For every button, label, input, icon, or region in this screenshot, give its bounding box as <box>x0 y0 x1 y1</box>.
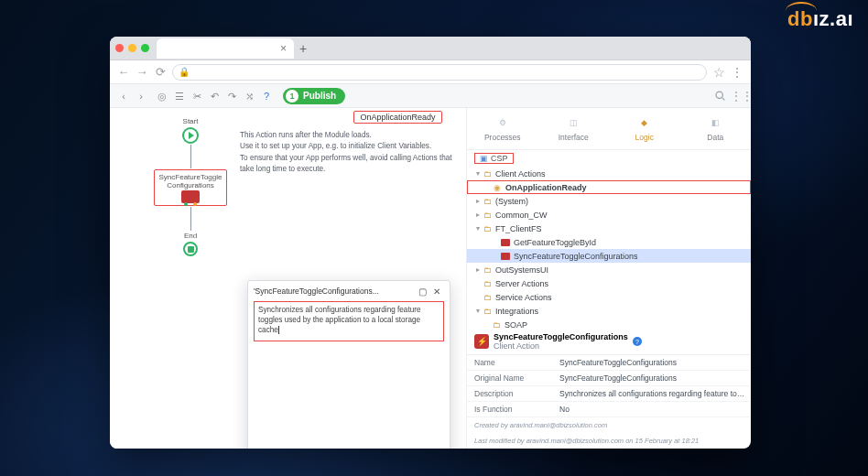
tree-on-app-ready[interactable]: ◉OnApplicationReady <box>467 180 751 194</box>
target-icon[interactable]: ◎ <box>156 90 168 103</box>
help-icon[interactable]: ? <box>260 90 273 103</box>
tree-client-actions[interactable]: ▾🗀Client Actions <box>467 167 751 180</box>
close-icon[interactable]: ✕ <box>429 287 444 297</box>
prop-row-is-function[interactable]: Is FunctionNo <box>467 402 751 417</box>
dialog-header: 'SyncFeatureToggleConfigurations... ▢ ✕ <box>248 281 450 301</box>
history-fwd-icon[interactable]: › <box>135 90 147 103</box>
description-textarea[interactable]: Synchronizes all configurations regardin… <box>254 301 444 341</box>
tab-data[interactable]: ◧Data <box>680 108 752 149</box>
sync-node[interactable]: SyncFeatureToggle Configurations <box>154 169 227 206</box>
end-node[interactable] <box>183 242 198 256</box>
dialog-title: 'SyncFeatureToggleConfigurations... <box>254 287 379 296</box>
ide-toolbar: ‹ › ◎ ☰ ✂ ↶ ↷ ⤭ ? 1 Publish ⋮⋮⋮ <box>110 84 751 108</box>
description-dialog: 'SyncFeatureToggleConfigurations... ▢ ✕ … <box>247 280 450 449</box>
prop-row-description[interactable]: DescriptionSynchronizes all configuratio… <box>467 386 751 402</box>
tree-server-actions[interactable]: 🗀Server Actions <box>467 276 751 290</box>
redo-icon[interactable]: ↷ <box>225 90 238 103</box>
properties-header: ⚡ SyncFeatureToggleConfigurations Client… <box>467 329 751 354</box>
replace-icon[interactable]: ⤭ <box>243 90 255 103</box>
meta-modified: Last modified by aravind.mani@dbizsoluti… <box>467 433 751 449</box>
tab-processes[interactable]: ⚙Processes <box>467 108 538 149</box>
folder-icon: 🗀 <box>482 265 493 275</box>
folder-icon: 🗀 <box>482 197 493 206</box>
prop-subtitle: Client Action <box>494 341 628 351</box>
tree-ft-clientfs[interactable]: ▾🗀FT_ClientFS <box>467 222 751 235</box>
browser-window: × + ← → ⟳ 🔒 ☆ ⋮ ‹ › ◎ ☰ ✂ ↶ ↷ ⤭ ? 1 Publ… <box>110 37 751 449</box>
connector <box>190 207 191 231</box>
folder-icon: 🗀 <box>482 224 493 233</box>
back-icon[interactable]: ← <box>117 65 130 79</box>
publish-badge: 1 <box>286 90 298 103</box>
url-input[interactable]: 🔒 <box>172 64 707 81</box>
properties-grid: NameSyncFeatureToggleConfigurations Orig… <box>467 354 751 417</box>
info-icon[interactable]: ? <box>633 337 642 346</box>
data-icon: ◧ <box>708 115 722 130</box>
minimize-window-icon[interactable] <box>128 44 136 52</box>
svg-line-1 <box>722 97 723 99</box>
tree-icon[interactable]: ☰ <box>173 90 186 103</box>
tree-outsystemsui[interactable]: ▸🗀OutSystemsUI <box>467 263 751 276</box>
prop-row-original-name[interactable]: Original NameSyncFeatureToggleConfigurat… <box>467 371 751 386</box>
logic-tree: ▾🗀Client Actions ◉OnApplicationReady ▸🗀(… <box>467 167 751 329</box>
prop-title: SyncFeatureToggleConfigurations <box>494 332 628 341</box>
forward-icon[interactable]: → <box>136 65 148 79</box>
publish-button[interactable]: 1 Publish <box>283 88 345 104</box>
ide-content: OnApplicationReady Start SyncFeatureTogg… <box>110 108 751 449</box>
action-icon: ◉ <box>492 183 503 192</box>
more-icon[interactable]: ⋮ <box>731 65 743 80</box>
prop-row-name[interactable]: NameSyncFeatureToggleConfigurations <box>467 355 751 371</box>
close-tab-icon[interactable]: × <box>280 42 287 55</box>
tree-sync-ftc[interactable]: SyncFeatureToggleConfigurations <box>467 249 751 263</box>
history-back-icon[interactable]: ‹ <box>117 90 130 103</box>
tree-service-actions[interactable]: 🗀Service Actions <box>467 290 751 304</box>
tab-logic[interactable]: ◆Logic <box>609 108 680 149</box>
search-icon[interactable] <box>713 90 726 103</box>
svg-point-0 <box>716 92 722 98</box>
node-label: SyncFeatureToggle Configurations <box>157 173 224 189</box>
new-tab-button[interactable]: + <box>294 41 312 56</box>
tab-interface[interactable]: ◫Interface <box>538 108 610 149</box>
folder-icon: 🗀 <box>482 293 493 302</box>
browser-tabstrip: × + <box>110 37 751 60</box>
tree-soap[interactable]: 🗀SOAP <box>467 318 751 329</box>
lock-icon: 🔒 <box>179 67 190 77</box>
tree-get-ft-by-id[interactable]: GetFeatureToggleById <box>467 235 751 249</box>
text-cursor <box>278 326 279 334</box>
tree-system[interactable]: ▸🗀(System) <box>467 194 751 208</box>
browser-tab[interactable]: × <box>157 38 294 59</box>
canvas-description: This Action runs after the Module loads.… <box>240 130 455 175</box>
undo-icon[interactable]: ↶ <box>208 90 221 103</box>
processes-icon: ⚙ <box>495 115 510 130</box>
brand-logo: dbız.aı <box>787 7 853 31</box>
client-action-icon <box>500 238 511 247</box>
module-row[interactable]: ▣CSP <box>467 150 751 167</box>
action-icon <box>181 190 200 203</box>
folder-icon: 🗀 <box>482 169 493 178</box>
cut-icon[interactable]: ✂ <box>190 90 203 103</box>
close-window-icon[interactable] <box>115 44 124 52</box>
right-tabs: ⚙Processes ◫Interface ◆Logic ◧Data <box>467 108 751 150</box>
browser-addressbar: ← → ⟳ 🔒 ☆ ⋮ <box>110 60 751 84</box>
maximize-icon[interactable]: ▢ <box>415 287 429 297</box>
module-icon: ▣ <box>480 154 488 163</box>
connector <box>190 145 191 168</box>
apps-icon[interactable]: ⋮⋮⋮ <box>731 90 743 103</box>
logic-icon: ◆ <box>637 115 652 130</box>
right-panel: ⚙Processes ◫Interface ◆Logic ◧Data ▣CSP … <box>467 108 751 449</box>
start-label: Start <box>154 117 227 125</box>
interface-icon: ◫ <box>566 115 580 130</box>
client-action-icon <box>500 252 511 261</box>
folder-icon: 🗀 <box>482 279 493 288</box>
tree-integrations[interactable]: ▾🗀Integrations <box>467 304 751 318</box>
bookmark-icon[interactable]: ☆ <box>712 65 725 80</box>
start-node[interactable] <box>182 127 199 144</box>
maximize-window-icon[interactable] <box>141 44 149 52</box>
publish-label: Publish <box>303 91 336 101</box>
tree-common-cw[interactable]: ▸🗀Common_CW <box>467 208 751 222</box>
end-label: End <box>154 232 227 240</box>
bolt-icon: ⚡ <box>474 334 489 349</box>
reload-icon[interactable]: ⟳ <box>154 65 167 79</box>
window-controls <box>115 44 149 52</box>
folder-icon: 🗀 <box>482 211 493 220</box>
flow-column: Start SyncFeatureToggle Configurations E… <box>154 117 227 256</box>
